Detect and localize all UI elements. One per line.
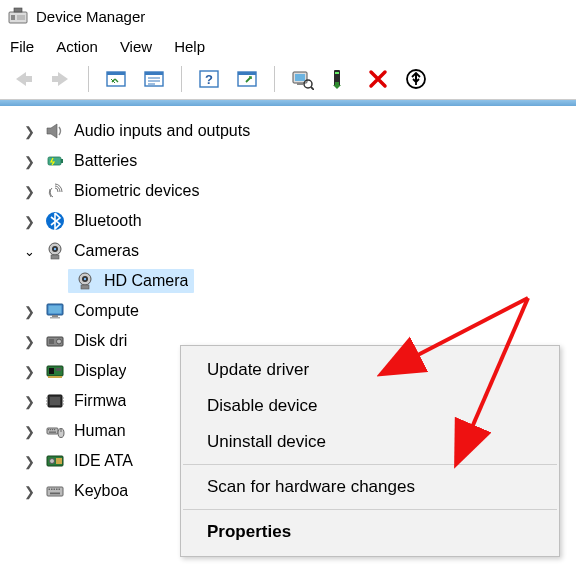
svg-rect-5 <box>107 72 125 75</box>
svg-rect-67 <box>54 489 56 491</box>
tree-item-label: HD Camera <box>104 273 188 289</box>
tree-item-label: Bluetooth <box>74 213 142 229</box>
monitor-icon <box>44 300 66 322</box>
svg-rect-1 <box>14 8 22 12</box>
menu-view[interactable]: View <box>120 38 152 55</box>
chevron-right-icon[interactable]: ❯ <box>20 122 38 140</box>
tree-item-label: Keyboa <box>74 483 128 499</box>
firmware-icon <box>44 390 66 412</box>
svg-rect-69 <box>59 489 61 491</box>
tree-item-label: Firmwa <box>74 393 126 409</box>
titlebar: Device Manager <box>0 0 576 34</box>
tree-item-computer[interactable]: ❯ Compute <box>20 296 576 326</box>
menu-help[interactable]: Help <box>174 38 205 55</box>
bluetooth-icon <box>44 210 66 232</box>
forward-button[interactable] <box>44 65 78 93</box>
svg-point-32 <box>84 278 86 280</box>
svg-rect-37 <box>50 317 60 319</box>
svg-rect-21 <box>335 72 339 74</box>
chevron-right-icon[interactable]: ❯ <box>20 452 38 470</box>
tree-item-audio[interactable]: ❯ Audio inputs and outputs <box>20 116 576 146</box>
chevron-right-icon[interactable]: ❯ <box>20 482 38 500</box>
help-button[interactable]: ? <box>192 65 226 93</box>
tree-item-cameras[interactable]: ⌄ Cameras <box>20 236 576 266</box>
context-menu-uninstall-device[interactable]: Uninstall device <box>181 424 559 460</box>
chevron-right-icon[interactable]: ❯ <box>20 362 38 380</box>
toolbar: ? <box>0 61 576 100</box>
chevron-right-icon[interactable]: ❯ <box>20 152 38 170</box>
chevron-right-icon[interactable]: ❯ <box>20 182 38 200</box>
context-menu-properties[interactable]: Properties <box>181 514 559 550</box>
properties-button[interactable] <box>137 65 171 93</box>
disk-drive-icon <box>44 330 66 352</box>
context-menu-update-driver[interactable]: Update driver <box>181 352 559 388</box>
add-legacy-hardware-button[interactable] <box>399 65 433 93</box>
tree-item-bluetooth[interactable]: ❯ Bluetooth <box>20 206 576 236</box>
svg-rect-55 <box>50 429 51 430</box>
menubar: File Action View Help <box>0 34 576 61</box>
tree-item-label: Display <box>74 363 126 379</box>
context-menu-separator <box>183 464 557 465</box>
tree-item-label: Biometric devices <box>74 183 199 199</box>
ide-ata-icon <box>44 450 66 472</box>
disable-device-toolbar-button[interactable] <box>361 65 395 93</box>
chevron-right-icon[interactable]: ❯ <box>20 212 38 230</box>
uninstall-device-toolbar-button[interactable] <box>323 65 357 93</box>
speaker-icon <box>44 120 66 142</box>
svg-rect-53 <box>47 428 58 434</box>
show-hide-tree-button[interactable] <box>99 65 133 93</box>
svg-rect-68 <box>56 489 58 491</box>
update-driver-toolbar-button[interactable] <box>285 65 319 93</box>
svg-rect-40 <box>49 339 54 344</box>
svg-rect-58 <box>49 432 56 433</box>
display-adapter-icon <box>44 360 66 382</box>
svg-rect-14 <box>238 72 256 75</box>
toolbar-separator <box>181 66 182 92</box>
chevron-right-icon[interactable]: ❯ <box>20 392 38 410</box>
menu-action[interactable]: Action <box>56 38 98 55</box>
toolbar-separator <box>274 66 275 92</box>
camera-icon <box>44 240 66 262</box>
hid-icon <box>44 420 66 442</box>
menu-file[interactable]: File <box>10 38 34 55</box>
chevron-right-icon[interactable]: ❯ <box>20 422 38 440</box>
scan-hardware-button[interactable] <box>230 65 264 93</box>
svg-point-28 <box>54 248 56 250</box>
svg-rect-23 <box>48 157 61 165</box>
svg-rect-65 <box>49 489 51 491</box>
fingerprint-icon <box>44 180 66 202</box>
svg-rect-2 <box>11 15 15 20</box>
tree-item-label: Batteries <box>74 153 137 169</box>
svg-point-39 <box>57 339 62 344</box>
title-text: Device Manager <box>36 8 145 25</box>
svg-rect-29 <box>51 255 59 259</box>
svg-rect-46 <box>50 397 60 405</box>
tree-item-label: Audio inputs and outputs <box>74 123 250 139</box>
svg-rect-43 <box>56 368 61 371</box>
chevron-right-icon[interactable]: ❯ <box>20 302 38 320</box>
context-menu: Update driver Disable device Uninstall d… <box>180 345 560 557</box>
svg-point-62 <box>50 459 55 464</box>
tree-item-hd-camera[interactable]: HD Camera <box>20 266 576 296</box>
svg-rect-64 <box>47 487 63 496</box>
chevron-spacer <box>48 272 66 290</box>
svg-rect-24 <box>61 159 63 163</box>
tree-item-batteries[interactable]: ❯ Batteries <box>20 146 576 176</box>
svg-point-18 <box>304 80 312 88</box>
keyboard-icon <box>44 480 66 502</box>
back-button[interactable] <box>6 65 40 93</box>
svg-text:?: ? <box>205 72 213 87</box>
toolbar-separator <box>88 66 89 92</box>
chevron-down-icon[interactable]: ⌄ <box>20 242 38 260</box>
svg-rect-36 <box>52 315 58 317</box>
chevron-right-icon[interactable]: ❯ <box>20 332 38 350</box>
tree-item-label: Disk dri <box>74 333 127 349</box>
svg-rect-7 <box>145 72 163 75</box>
context-menu-scan-hardware[interactable]: Scan for hardware changes <box>181 469 559 505</box>
context-menu-disable-device[interactable]: Disable device <box>181 388 559 424</box>
battery-icon <box>44 150 66 172</box>
device-manager-icon <box>8 6 28 26</box>
tree-item-label: Compute <box>74 303 139 319</box>
svg-rect-44 <box>48 376 62 378</box>
tree-item-biometric[interactable]: ❯ Biometric devices <box>20 176 576 206</box>
